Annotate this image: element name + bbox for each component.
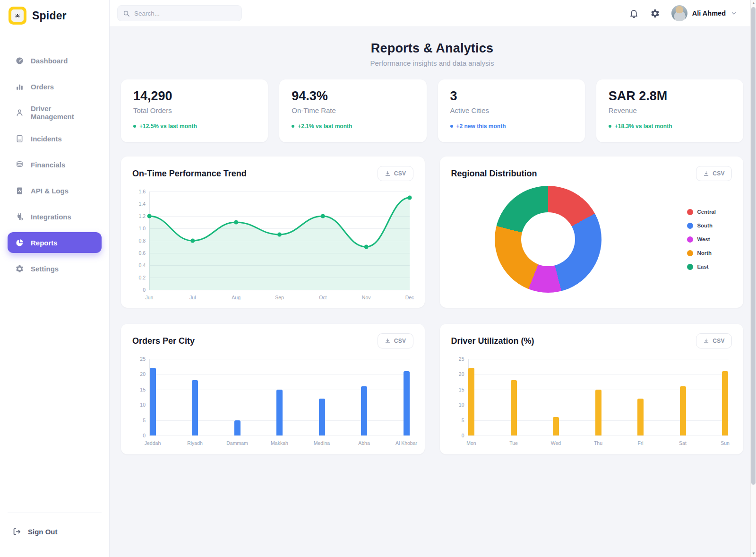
scroll-down-arrow[interactable]: ▼	[751, 550, 756, 557]
sidebar-item-settings[interactable]: Settings	[8, 258, 102, 279]
legend-label: East	[697, 264, 708, 270]
chevron-down-icon	[730, 10, 737, 17]
sidebar-item-api-logs[interactable]: API & Logs	[8, 180, 102, 201]
page-title: Reports & Analytics	[121, 41, 743, 56]
scrollbar-thumb[interactable]	[751, 7, 756, 485]
sidebar-item-label: Reports	[31, 239, 58, 247]
legend-item: West	[687, 236, 716, 243]
sidebar-item-label: Driver Management	[31, 104, 94, 121]
scroll-up-arrow[interactable]: ▲	[751, 0, 756, 7]
sidebar-item-driver-management[interactable]: Driver Management	[8, 102, 102, 123]
legend-item: South	[687, 223, 716, 229]
dot-icon	[133, 125, 136, 128]
user-name: Ali Ahmed	[692, 9, 726, 17]
sign-out-button[interactable]: Sign Out	[12, 527, 97, 536]
person-icon	[15, 108, 24, 117]
scrollbar[interactable]: ▲ ▼	[750, 0, 756, 557]
plug-icon	[15, 212, 24, 221]
legend-label: Central	[697, 209, 716, 215]
pie-chart-icon	[15, 238, 24, 247]
dot-icon	[609, 125, 611, 128]
legend-item: North	[687, 250, 716, 256]
sign-out-icon	[12, 527, 21, 536]
bar	[680, 386, 686, 435]
sidebar-item-reports[interactable]: Reports	[8, 232, 102, 253]
chart-title: Regional Distribution	[451, 169, 537, 179]
bar	[404, 371, 410, 435]
logo: Spider	[0, 0, 109, 31]
stat-card-total-orders: 14,290 Total Orders +12.5% vs last month	[121, 79, 268, 142]
bar-chart-area: 0510152025JeddahRiyadhDammamMakkahMedina…	[132, 356, 413, 447]
file-code-icon	[15, 186, 24, 195]
legend-dot	[687, 223, 693, 229]
stat-label: Revenue	[609, 106, 731, 114]
document-icon	[15, 134, 24, 143]
gear-icon	[650, 9, 660, 18]
chart-card-orders-per-city: Orders Per City CSV 0510152025JeddahRiya…	[121, 324, 425, 454]
bar	[595, 390, 601, 435]
download-icon	[703, 171, 709, 177]
download-icon	[385, 171, 391, 177]
avatar	[671, 5, 687, 21]
user-menu[interactable]: Ali Ahmed	[671, 5, 737, 21]
bell-button[interactable]	[629, 9, 639, 18]
stat-label: Total Orders	[133, 106, 256, 114]
bar	[468, 368, 474, 435]
stat-delta: +2.1% vs last month	[292, 123, 414, 130]
page-header: Reports & Analytics Performance insights…	[121, 41, 743, 67]
bar	[276, 390, 283, 435]
csv-export-button[interactable]: CSV	[696, 333, 732, 348]
chart-card-on-time-trend: On-Time Performance Trend CSV 00.20.40.6…	[121, 157, 425, 308]
legend-label: North	[697, 250, 712, 256]
coins-icon	[15, 160, 24, 169]
stat-card-on-time-rate: 94.3% On-Time Rate +2.1% vs last month	[279, 79, 426, 142]
sidebar-item-label: Dashboard	[31, 57, 68, 65]
stat-value: 3	[450, 89, 573, 104]
dot-icon	[292, 125, 294, 128]
charts-row-2: Orders Per City CSV 0510152025JeddahRiya…	[121, 324, 743, 454]
bar	[511, 380, 517, 435]
sidebar-item-financials[interactable]: Financials	[8, 154, 102, 175]
sidebar-item-integrations[interactable]: Integrations	[8, 206, 102, 227]
legend-dot	[687, 264, 693, 270]
sidebar-item-dashboard[interactable]: Dashboard	[8, 50, 102, 71]
bar	[319, 399, 325, 435]
gear-button[interactable]	[650, 9, 660, 18]
stat-value: 14,290	[133, 89, 256, 104]
csv-export-button[interactable]: CSV	[378, 166, 413, 181]
sidebar-footer: Sign Out	[8, 513, 102, 557]
legend-item: East	[687, 264, 716, 270]
stat-value: 94.3%	[292, 89, 414, 104]
donut-chart-area: CentralSouthWestNorthEast	[451, 183, 732, 296]
download-icon	[385, 338, 391, 344]
download-icon	[703, 338, 709, 344]
stat-delta: +12.5% vs last month	[133, 123, 256, 130]
sidebar-item-label: Integrations	[31, 213, 71, 221]
sidebar-item-label: Settings	[31, 265, 59, 273]
sidebar-item-orders[interactable]: Orders	[8, 76, 102, 97]
sidebar-item-label: Incidents	[31, 135, 62, 143]
donut-hole	[521, 212, 575, 266]
stat-delta: +2 new this month	[450, 123, 573, 130]
csv-export-button[interactable]: CSV	[696, 166, 732, 181]
legend-dot	[687, 236, 693, 243]
stat-value: SAR 2.8M	[609, 89, 731, 104]
bar-chart-icon	[15, 82, 24, 91]
csv-export-button[interactable]: CSV	[378, 333, 413, 348]
legend-label: South	[697, 223, 713, 228]
stat-card-active-cities: 3 Active Cities +2 new this month	[438, 79, 585, 142]
spider-icon	[11, 9, 24, 22]
dot-icon	[450, 125, 453, 128]
sidebar-item-incidents[interactable]: Incidents	[8, 128, 102, 149]
sidebar-item-label: Financials	[31, 161, 65, 169]
main: Ali Ahmed Reports & Analytics Performanc…	[110, 0, 756, 557]
gear-icon	[15, 264, 24, 273]
bell-icon	[629, 9, 639, 18]
stats-row: 14,290 Total Orders +12.5% vs last month…	[121, 79, 743, 142]
sidebar: Spider DashboardOrdersDriver ManagementI…	[0, 0, 110, 557]
legend-dot	[687, 250, 693, 256]
sidebar-item-label: Orders	[31, 83, 54, 91]
search-input[interactable]	[134, 10, 236, 17]
stat-card-revenue: SAR 2.8M Revenue +18.3% vs last month	[596, 79, 743, 142]
bar	[722, 371, 728, 435]
